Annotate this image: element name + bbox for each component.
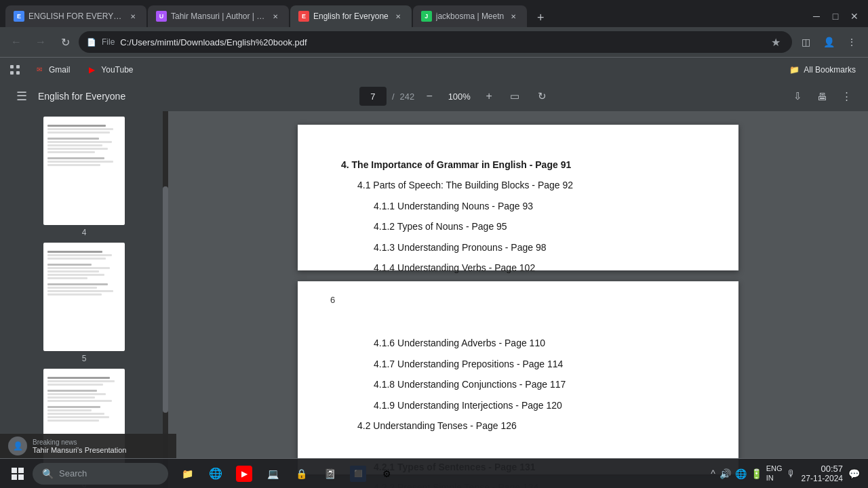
tab-close-4[interactable]: ✕ [508,11,519,22]
nav-bar: ← → ↻ 📄 File C:/Users/mimti/Downloads/En… [0,27,868,57]
search-placeholder: Search [59,468,87,479]
minimize-button[interactable]: ─ [808,8,825,24]
close-button[interactable]: ✕ [846,8,863,24]
browser-window: E ENGLISH FOR EVERYONE From... ✕ U Tahir… [0,0,868,488]
bookmark-youtube-label: YouTube [101,65,133,75]
maximize-button[interactable]: □ [827,8,844,24]
taskbar-search-box[interactable]: 🔍 Search [33,463,168,485]
print-button[interactable]: 🖶 [811,85,833,107]
address-bar[interactable]: 📄 File C:/Users/mimti/Downloads/English%… [79,31,792,53]
more-button[interactable]: ⋮ [841,31,863,53]
tray-volume[interactable]: 🔊 [719,468,731,479]
terminal-icon: ⬛ [350,466,366,482]
taskbar-app-settings[interactable]: ⚙ [373,460,400,487]
toc-entry-4-1-8: 4.1.8 Understanding Conjunctions - Page … [341,377,695,392]
tab-title-4: jackbosma | Meetn [436,12,505,21]
toc-entry-4-1-7: 4.1.7 Understanding Prepositions - Page … [341,357,695,371]
breaking-news-label: Breaking news [33,439,126,446]
taskbar-app-file-explorer[interactable]: 📁 [174,460,201,487]
breaking-news-avatar: 👤 [8,436,27,455]
sidebar-scrollbar[interactable] [163,111,168,488]
toc-entry-4-1-9: 4.1.9 Understanding Interjections - Page… [341,398,695,413]
tab-favicon-3: E [298,11,309,22]
reload-button[interactable]: ↻ [54,31,76,53]
notification-button[interactable]: 💬 [848,468,860,479]
start-button[interactable] [5,462,30,486]
taskbar-app-terminal[interactable]: ⬛ [344,460,372,487]
pdf-toolbar: ☰ English for Everyone / 242 − 100% + ▭ … [0,81,868,111]
zoom-in-button[interactable]: + [479,87,498,106]
apps-button[interactable] [5,60,24,79]
toc-entry-4-1-4: 4.1.4 Understanding Verbs - Page 102 [341,260,695,275]
tab-4[interactable]: J jackbosma | Meetn ✕ [413,5,528,27]
settings-icon: ⚙ [378,466,395,482]
forward-button[interactable]: → [30,31,52,53]
fit-page-button[interactable]: ▭ [504,85,526,107]
pdf-menu-button[interactable]: ☰ [11,85,33,107]
svg-rect-7 [18,474,24,480]
toc-entry-4-2: 4.2 Understanding Tenses - Page 126 [341,418,695,433]
address-actions: ★ [768,34,784,50]
pdf-viewer: ☰ English for Everyone / 242 − 100% + ▭ … [0,81,868,488]
tab-title-3: English for Everyone [313,12,389,21]
youtube-favicon: ▶ [86,64,97,75]
tab-1[interactable]: E ENGLISH FOR EVERYONE From... ✕ [5,5,146,27]
language-indicator[interactable]: ENG IN [766,464,783,482]
thumb-content-5 [45,244,123,350]
pdf-main-area[interactable]: 4. The Importance of Grammar in English … [168,111,868,488]
mic-icon[interactable]: 🎙 [787,468,796,479]
pdf-page-input[interactable] [359,87,387,106]
pdf-page-5: 4. The Importance of Grammar in English … [298,125,738,270]
thumb-label-5: 5 [82,354,87,363]
profile-button[interactable]: 👤 [818,31,840,53]
all-bookmarks-folder[interactable]: 📁 All Bookmarks [783,62,863,77]
pdf-page-number-6: 6 [330,295,335,305]
taskbar-tray: ^ 🔊 🌐 🔋 ENG IN 🎙 [711,464,795,482]
tab-favicon-1: E [14,11,24,22]
gmail-favicon: ✉ [34,64,45,75]
tab-close-2[interactable]: ✕ [270,11,281,22]
onenote-icon: 📓 [321,466,338,482]
toc-entry-4-1-2: 4.1.2 Types of Nouns - Page 95 [341,219,695,234]
pdf-more-button[interactable]: ⋮ [835,85,857,107]
taskbar-app-laptop[interactable]: 💻 [259,460,286,487]
back-button[interactable]: ← [5,31,27,53]
thumbnail-page-4[interactable]: 4 [5,117,163,237]
extensions-button[interactable]: ◫ [795,31,816,53]
breaking-news-title: Tahir Mansuri's Presentation [33,446,126,454]
tab-2[interactable]: U Tahir Mansuri | Author | Udemy ✕ [148,5,289,27]
thumbnail-page-5[interactable]: 5 [5,243,163,363]
download-button[interactable]: ⇩ [787,85,808,107]
pdf-total-pages: 242 [400,92,415,102]
bookmark-star[interactable]: ★ [768,34,784,50]
toc-entry-4-1-3: 4.1.3 Understanding Pronouns - Page 98 [341,240,695,255]
bookmark-gmail[interactable]: ✉ Gmail [27,62,77,78]
tray-battery[interactable]: 🔋 [751,468,762,479]
taskbar-app-onenote[interactable]: 📓 [316,460,343,487]
svg-rect-5 [18,468,24,473]
pdf-page-5-content: 4. The Importance of Grammar in English … [341,157,695,296]
tab-favicon-2: U [156,11,167,22]
zoom-out-button[interactable]: − [420,87,439,106]
taskbar-app-lock[interactable]: 🔒 [288,460,315,487]
breaking-news-bar: 👤 Breaking news Tahir Mansuri's Presenta… [0,434,176,458]
tab-close-1[interactable]: ✕ [127,11,138,22]
toc-entry-4-1-1: 4.1.1 Understanding Nouns - Page 93 [341,199,695,214]
taskbar-clock[interactable]: 00:57 27-11-2024 [802,464,843,483]
bookmark-youtube[interactable]: ▶ YouTube [79,62,140,78]
pdf-content: 4 [0,111,868,488]
toc-entry-4-1: 4.1 Parts of Speech: The Building Blocks… [341,178,695,192]
new-tab-button[interactable]: + [531,8,550,27]
taskbar-app-chrome[interactable]: 🌐 [202,460,229,487]
rotate-button[interactable]: ↻ [531,85,553,107]
tab-close-3[interactable]: ✕ [393,11,403,22]
tray-chevron[interactable]: ^ [711,468,715,479]
tray-network[interactable]: 🌐 [735,468,747,479]
tab-3[interactable]: E English for Everyone ✕ [290,5,412,27]
youtube-icon: ▶ [236,466,252,482]
search-icon: 🔍 [42,468,54,479]
breaking-news-text: Breaking news Tahir Mansuri's Presentati… [33,439,126,454]
taskbar-app-youtube[interactable]: ▶ [231,460,258,487]
chrome-icon: 🌐 [208,466,224,482]
toc-entry-4: 4. The Importance of Grammar in English … [341,157,695,172]
